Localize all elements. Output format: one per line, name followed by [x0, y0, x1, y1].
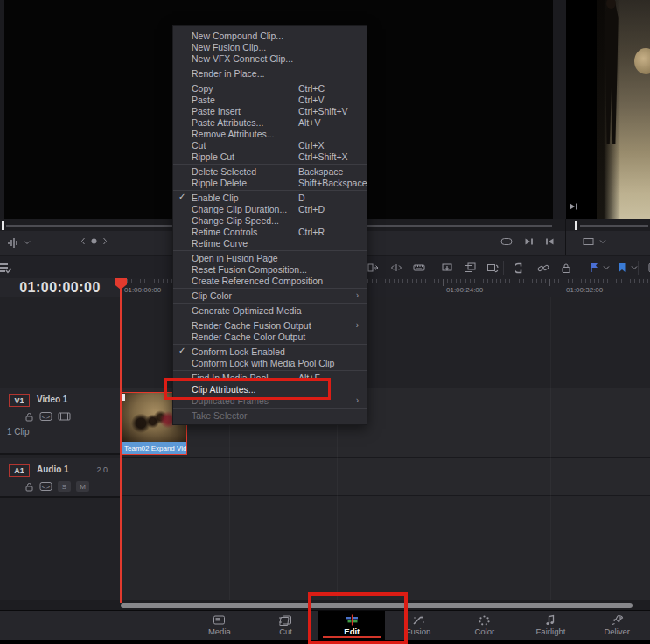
retime-curve-menu-item[interactable]: Retime Curve — [173, 237, 367, 248]
solo-button[interactable]: S — [58, 481, 71, 492]
fairlight-page-tab[interactable]: Fairlight — [518, 611, 584, 640]
viewer-divider — [553, 0, 566, 219]
marker-icon[interactable] — [614, 260, 630, 276]
enable-clip-menu-item[interactable]: ✓Enable ClipD — [173, 192, 367, 203]
render-in-place-menu-item[interactable]: Render in Place... — [173, 67, 367, 79]
fusion-page-tab[interactable]: Fusion — [385, 611, 451, 640]
copy-menu-item[interactable]: CopyCtrl+C — [173, 82, 367, 94]
conform-lock-enabled-menu-item[interactable]: ✓Conform Lock Enabled — [173, 346, 367, 357]
ruler-minor-tick — [470, 279, 471, 284]
video-track-badge[interactable]: V1 — [9, 394, 30, 407]
menu-separator — [173, 303, 367, 304]
auto-select-icon[interactable]: <> — [39, 481, 52, 492]
viewer-transport-buttons[interactable] — [500, 237, 555, 246]
ripple-cut-menu-item[interactable]: Ripple CutCtrl+Shift+X — [173, 150, 367, 162]
ruler-minor-tick — [407, 279, 408, 284]
deliver-page-tab[interactable]: Deliver — [584, 611, 650, 640]
blade-icon[interactable] — [411, 260, 427, 276]
delete-selected-menu-item[interactable]: Delete SelectedBackspace — [173, 165, 367, 177]
ripple-delete-menu-item[interactable]: Ripple DeleteShift+Backspace — [173, 177, 367, 188]
media-page-tab[interactable]: Media — [186, 611, 253, 640]
snapping-icon[interactable] — [513, 260, 528, 276]
change-clip-speed-menu-item[interactable]: Change Clip Speed... — [173, 214, 367, 226]
menu-item-label: Duplicated Frames — [192, 396, 269, 406]
ruler-major-tick — [549, 279, 550, 286]
playhead-line[interactable] — [120, 278, 122, 603]
ruler-minor-tick — [385, 279, 386, 284]
lock-icon[interactable] — [24, 482, 34, 492]
chevron-right-icon[interactable] — [102, 237, 108, 245]
clip-attributes-menu-item[interactable]: Clip Attributes... — [173, 383, 367, 395]
bottom-strip — [0, 640, 650, 644]
reset-fusion-composition-menu-item[interactable]: Reset Fusion Composition... — [173, 263, 367, 275]
overwrite-clip-icon[interactable] — [462, 260, 478, 276]
resize-box-icon[interactable] — [583, 237, 594, 246]
conform-lock-with-media-pool-clip-menu-item[interactable]: Conform Lock with Media Pool Clip — [173, 357, 367, 368]
position-lock-icon[interactable] — [558, 260, 574, 276]
loop-icon[interactable] — [500, 237, 513, 246]
audio-monitoring-controls[interactable] — [7, 237, 31, 248]
chevron-left-icon[interactable] — [80, 237, 86, 245]
timeline-viewer-scrub-handle[interactable] — [2, 220, 4, 230]
paste-insert-menu-item[interactable]: Paste InsertCtrl+Shift+V — [173, 105, 367, 116]
cut-page-tab[interactable]: Cut — [253, 611, 319, 640]
render-cache-color-output-menu-item[interactable]: Render Cache Color Output — [173, 331, 367, 342]
new-compound-clip-menu-item[interactable]: New Compound Clip... — [173, 30, 367, 41]
audio-track-header[interactable]: A1 Audio 1 2.0 <>SM — [0, 458, 120, 498]
audio-track-badge[interactable]: A1 — [9, 464, 30, 477]
skip-forward-icon[interactable] — [569, 202, 579, 212]
retime-controls-menu-item[interactable]: Retime ControlsCtrl+R — [173, 226, 367, 237]
timeline-options-icon[interactable] — [0, 260, 14, 276]
source-viewer-scrub-bar[interactable] — [580, 225, 648, 227]
submenu-arrow-icon: › — [356, 290, 359, 300]
render-cache-fusion-output-menu-item[interactable]: Render Cache Fusion Output› — [173, 319, 367, 331]
change-clip-duration-menu-item[interactable]: Change Clip Duration...Ctrl+D — [173, 203, 367, 214]
auto-select-icon[interactable]: <> — [39, 411, 52, 422]
replace-clip-icon[interactable] — [485, 260, 500, 276]
new-vfx-connect-clip-menu-item[interactable]: New VFX Connect Clip... — [173, 52, 367, 64]
chevron-down-icon[interactable] — [599, 237, 606, 246]
dynamic-trim-icon[interactable] — [388, 260, 404, 276]
mute-button[interactable]: M — [76, 481, 89, 492]
video-track-header[interactable]: V1 Video 1 <> 1 Clip — [0, 388, 120, 455]
timeline-empty-area[interactable] — [120, 496, 650, 600]
skip-forward-icon[interactable] — [524, 237, 534, 246]
skip-backward-icon[interactable] — [545, 237, 555, 246]
ruler-minor-tick — [163, 279, 164, 284]
source-viewer-options[interactable] — [583, 237, 606, 246]
remove-attributes-menu-item[interactable]: Remove Attributes... — [173, 128, 367, 139]
find-in-media-pool-menu-item[interactable]: Find In Media PoolAlt+F — [173, 372, 367, 383]
paste-menu-item[interactable]: PasteCtrl+V — [173, 94, 367, 105]
new-fusion-clip-menu-item[interactable]: New Fusion Clip... — [173, 41, 367, 52]
source-viewer-scrub-handle[interactable] — [575, 220, 577, 230]
generate-optimized-media-menu-item[interactable]: Generate Optimized Media — [173, 304, 367, 316]
menu-separator — [173, 318, 367, 318]
edit-page-tab[interactable]: Edit — [318, 611, 385, 640]
audio-track-lane[interactable] — [120, 458, 650, 496]
color-page-tab[interactable]: Color — [451, 611, 518, 640]
dot-icon[interactable] — [90, 237, 98, 245]
open-in-fusion-page-menu-item[interactable]: Open in Fusion Page — [173, 252, 367, 263]
checkmark-icon: ✓ — [178, 192, 185, 201]
toolbar-separator — [638, 261, 639, 275]
ruler-minor-tick — [581, 279, 582, 284]
chevron-down-icon[interactable] — [602, 260, 611, 276]
menu-item-shortcut: Ctrl+Shift+X — [298, 151, 348, 162]
audio-levels-icon[interactable] — [7, 237, 19, 248]
jog-control[interactable] — [80, 237, 108, 245]
chevron-down-icon[interactable] — [24, 237, 31, 248]
ruler-timecode-label: 01:00:00:00 — [124, 286, 161, 294]
timeline-scrollbar-thumb[interactable] — [121, 603, 633, 608]
flag-icon[interactable] — [586, 260, 602, 276]
filmstrip-icon[interactable] — [58, 411, 71, 422]
paste-attributes-menu-item[interactable]: Paste Attributes...Alt+V — [173, 116, 367, 128]
clip-color-menu-item[interactable]: Clip Color› — [173, 290, 367, 301]
lock-icon[interactable] — [24, 412, 34, 422]
insert-clip-icon[interactable] — [439, 260, 455, 276]
ruler-minor-tick — [532, 279, 533, 284]
trim-edit-icon[interactable] — [366, 260, 381, 276]
menu-item-shortcut: Ctrl+V — [298, 94, 324, 105]
link-icon[interactable] — [535, 260, 551, 276]
create-referenced-composition-menu-item[interactable]: Create Referenced Composition — [173, 275, 367, 286]
cut-menu-item[interactable]: CutCtrl+X — [173, 139, 367, 150]
